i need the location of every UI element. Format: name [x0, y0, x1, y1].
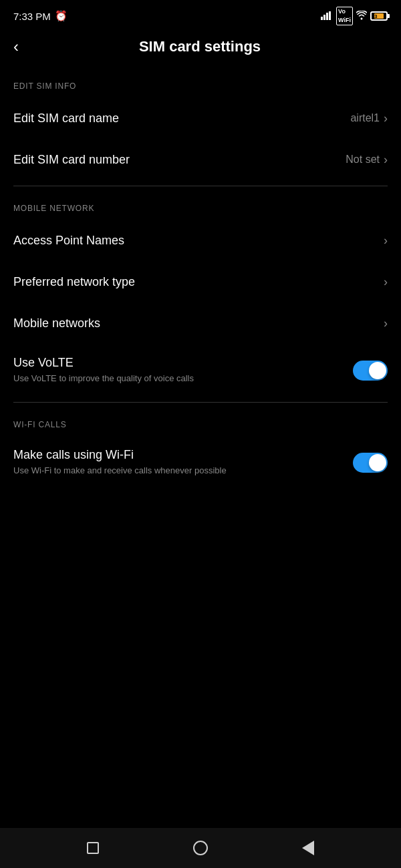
home-button[interactable] [193, 841, 208, 855]
status-left: 7:33 PM ⏰ [13, 10, 68, 22]
signal-icon [321, 11, 333, 22]
bottom-navigation [0, 828, 401, 868]
edit-sim-name-item[interactable]: Edit SIM card name airtel1 › [0, 97, 401, 139]
back-nav-icon [302, 841, 314, 855]
edit-sim-number-item[interactable]: Edit SIM card number Not set › [0, 139, 401, 180]
page-title: SIM card settings [32, 38, 368, 55]
access-point-names-label: Access Point Names [13, 234, 384, 248]
status-bar: 7:33 PM ⏰ VoWiFi 3 [0, 0, 401, 29]
chevron-icon: › [384, 153, 388, 167]
chevron-icon: › [384, 275, 388, 289]
chevron-icon: › [384, 112, 388, 126]
chevron-icon: › [384, 316, 388, 331]
edit-sim-number-label: Edit SIM card number [13, 153, 346, 167]
content: EDIT SIM INFO Edit SIM card name airtel1… [0, 69, 401, 489]
chevron-icon: › [384, 234, 388, 248]
preferred-network-type-label: Preferred network type [13, 275, 384, 289]
wifi-calls-toggle[interactable] [353, 453, 388, 473]
section-header-edit-sim: EDIT SIM INFO [0, 69, 401, 97]
svg-rect-1 [323, 15, 325, 20]
make-calls-wifi-subtitle: Use Wi-Fi to make and receive calls when… [13, 465, 294, 477]
section-header-wifi-calls: WI-FI CALLS [0, 408, 401, 436]
mobile-networks-label: Mobile networks [13, 316, 384, 331]
home-icon [193, 841, 208, 855]
toggle-knob [369, 454, 386, 471]
section-header-mobile-network: MOBILE NETWORK [0, 192, 401, 220]
recent-apps-button[interactable] [87, 842, 99, 854]
svg-rect-3 [329, 11, 331, 20]
header: ‹ SIM card settings [0, 29, 401, 69]
use-volte-subtitle: Use VoLTE to improve the quality of voic… [13, 373, 294, 385]
edit-sim-name-label: Edit SIM card name [13, 112, 350, 126]
bottom-spacer [0, 489, 401, 535]
back-nav-button[interactable] [302, 841, 314, 855]
divider-1 [13, 186, 388, 186]
preferred-network-type-item[interactable]: Preferred network type › [0, 261, 401, 302]
back-button[interactable]: ‹ [13, 37, 19, 56]
make-calls-wifi-item[interactable]: Make calls using Wi-Fi Use Wi-Fi to make… [0, 436, 401, 489]
edit-sim-number-value: Not set [346, 154, 380, 166]
time-display: 7:33 PM [13, 11, 51, 22]
status-right: VoWiFi 3 [321, 7, 388, 25]
battery-icon: 3 [370, 11, 388, 21]
volte-toggle[interactable] [353, 361, 388, 381]
use-volte-label: Use VoLTE [13, 356, 353, 370]
make-calls-wifi-label: Make calls using Wi-Fi [13, 448, 353, 462]
vo-wifi-icon: VoWiFi [336, 7, 353, 25]
toggle-knob [369, 362, 386, 379]
access-point-names-item[interactable]: Access Point Names › [0, 220, 401, 261]
wifi-icon [356, 11, 367, 22]
edit-sim-name-value: airtel1 [350, 112, 380, 124]
svg-rect-2 [326, 13, 328, 20]
mobile-networks-item[interactable]: Mobile networks › [0, 302, 401, 344]
divider-2 [13, 402, 388, 403]
recent-apps-icon [87, 842, 99, 854]
use-volte-item[interactable]: Use VoLTE Use VoLTE to improve the quali… [0, 344, 401, 397]
alarm-icon: ⏰ [55, 10, 68, 22]
svg-rect-0 [321, 17, 323, 20]
